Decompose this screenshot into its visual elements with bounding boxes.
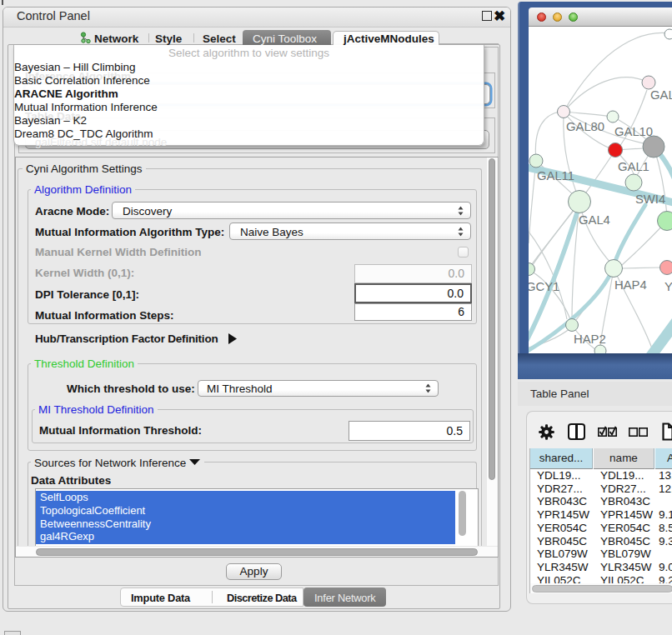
svg-text:GAL80: GAL80	[566, 120, 604, 133]
svg-text:GAL10: GAL10	[614, 125, 653, 138]
svg-text:GAL7: GAL7	[650, 88, 672, 102]
svg-text:HAP2: HAP2	[574, 332, 606, 346]
svg-text:GCY1: GCY1	[529, 280, 559, 293]
svg-text:SWI4: SWI4	[635, 192, 665, 206]
svg-text:Y: Y	[664, 280, 672, 293]
svg-text:GAL11: GAL11	[537, 169, 574, 182]
svg-text:HAP4: HAP4	[614, 278, 647, 292]
svg-text:GAL4: GAL4	[579, 213, 610, 227]
svg-text:GAL1: GAL1	[618, 160, 649, 173]
